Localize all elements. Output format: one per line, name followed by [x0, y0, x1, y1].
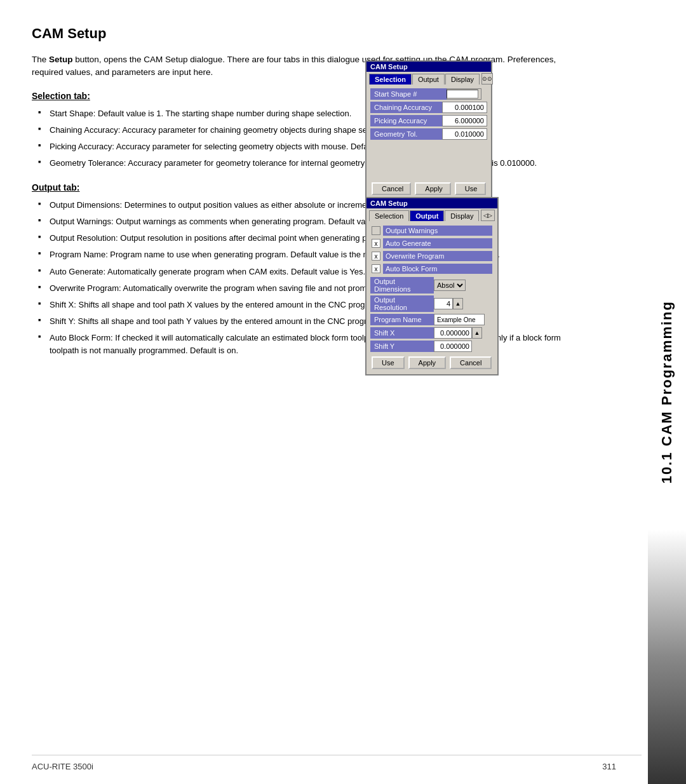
geometry-tol-value: 0.010000	[442, 128, 487, 140]
cam-dialog-output: CAM Setup Selection Output Display ◁▷ Ou…	[365, 197, 499, 375]
start-shape-label: Start Shape #	[370, 88, 447, 100]
shift-y-value: 0.000000	[434, 341, 472, 352]
picking-accuracy-value: 6.000000	[442, 115, 487, 126]
output-resolution-label: Output Resolution	[370, 295, 434, 312]
tab2-extra: ◁▷	[481, 210, 495, 221]
output-dimensions-row: Output Dimensions Absolut Incremental	[370, 277, 494, 294]
tab-extra: ⊙⊙	[481, 73, 493, 84]
sidebar-title: 10.1 CAM Programming	[659, 301, 675, 483]
output-warnings-row: Output Warnings	[370, 225, 494, 236]
sidebar-dark-gradient	[648, 530, 686, 784]
resolution-spinner[interactable]: ▲	[453, 298, 463, 309]
output-resolution-row: Output Resolution 4 ▲	[370, 295, 494, 312]
footer-left: ACU-RITE 3500i	[32, 762, 93, 771]
tab2-output[interactable]: Output	[410, 210, 444, 221]
geometry-tol-label: Geometry Tol.	[370, 128, 442, 140]
cam-dialog-1-tabs: Selection Output Display ⊙⊙	[367, 72, 491, 84]
chaining-accuracy-label: Chaining Accuracy	[370, 102, 442, 113]
program-name-value: Example One	[434, 314, 485, 325]
apply-button-2[interactable]: Apply	[408, 356, 447, 369]
setup-bold: Setup	[49, 55, 73, 64]
shift-x-spinner[interactable]: ▲	[472, 327, 482, 339]
footer-right: 311	[602, 762, 616, 771]
tab-selection[interactable]: Selection	[369, 74, 412, 84]
tab2-selection[interactable]: Selection	[369, 210, 409, 221]
cam-dialog-2-title: CAM Setup	[367, 198, 497, 208]
output-warnings-checkbox[interactable]	[372, 226, 380, 235]
auto-generate-checkbox[interactable]: x	[372, 239, 380, 248]
auto-block-form-checkbox[interactable]: x	[372, 264, 380, 273]
start-shape-row: Start Shape #	[370, 88, 487, 100]
page-title: CAM Setup	[32, 25, 572, 42]
output-warnings-label: Output Warnings	[383, 226, 492, 236]
geometry-tol-row: Geometry Tol. 0.010000	[370, 128, 487, 140]
use-button-2[interactable]: Use	[372, 356, 405, 369]
cancel-button-1[interactable]: Cancel	[372, 182, 411, 195]
cam-dialog-selection: CAM Setup Selection Output Display ⊙⊙ St…	[365, 60, 492, 201]
overwrite-program-checkbox[interactable]: x	[372, 252, 380, 260]
auto-generate-label: Auto Generate	[383, 238, 492, 248]
cam-dialog-1-body: Start Shape # Chaining Accuracy 0.000100…	[367, 84, 491, 200]
output-dimensions-select[interactable]: Absolut Incremental	[434, 280, 466, 291]
main-content: CAM Setup The Setup button, opens the CA…	[0, 0, 603, 395]
output-resolution-value: 4	[434, 298, 453, 309]
chaining-accuracy-value: 0.000100	[442, 102, 487, 113]
shift-y-label: Shift Y	[370, 341, 434, 352]
overwrite-program-label: Overwrite Program	[383, 251, 492, 261]
tab-output[interactable]: Output	[412, 74, 445, 84]
auto-block-form-row: x Auto Block Form	[370, 263, 494, 274]
overwrite-program-row: x Overwrite Program	[370, 250, 494, 262]
shift-x-row: Shift X 0.000000 ▲	[370, 327, 494, 339]
footer-separator	[32, 755, 642, 755]
program-name-label: Program Name	[370, 314, 434, 325]
start-shape-value	[447, 88, 481, 100]
tab2-display[interactable]: Display	[445, 210, 479, 221]
cam-dialog-1-title: CAM Setup	[367, 62, 491, 72]
auto-block-form-label: Auto Block Form	[383, 264, 492, 274]
cam-dialog-1-buttons: Cancel Apply Use	[370, 180, 487, 196]
tab-display[interactable]: Display	[445, 74, 480, 84]
program-name-row: Program Name Example One	[370, 314, 494, 325]
shift-y-row: Shift Y 0.000000	[370, 341, 494, 352]
cam-dialog-2-tabs: Selection Output Display ◁▷	[367, 208, 497, 221]
cam-dialog-2-body: Output Warnings x Auto Generate x Overwr…	[367, 221, 497, 374]
start-shape-input[interactable]	[447, 90, 478, 98]
cancel-button-2[interactable]: Cancel	[450, 356, 492, 369]
footer: ACU-RITE 3500i 311	[0, 762, 648, 771]
cam-dialog-2-buttons: Use Apply Cancel	[370, 354, 494, 370]
chaining-accuracy-row: Chaining Accuracy 0.000100	[370, 102, 487, 113]
picking-accuracy-row: Picking Accuracy 6.000000	[370, 115, 487, 126]
shift-x-label: Shift X	[370, 327, 434, 339]
auto-generate-row: x Auto Generate	[370, 238, 494, 249]
apply-button-1[interactable]: Apply	[415, 182, 450, 195]
use-button-1[interactable]: Use	[455, 182, 486, 195]
picking-accuracy-label: Picking Accuracy	[370, 115, 442, 126]
shift-x-value: 0.000000	[434, 327, 472, 339]
output-dimensions-label: Output Dimensions	[370, 277, 434, 294]
